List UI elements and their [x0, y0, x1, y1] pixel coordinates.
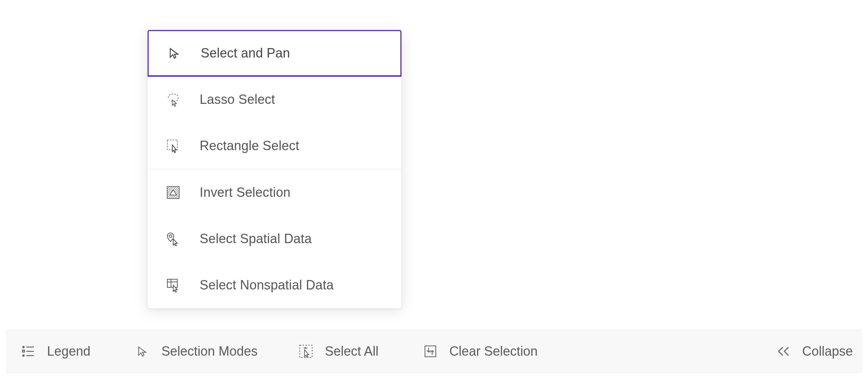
select-all-button[interactable]: Select All: [297, 343, 378, 360]
menu-item-label: Invert Selection: [200, 185, 290, 200]
svg-rect-3: [167, 279, 178, 288]
menu-item-label: Select Nonspatial Data: [200, 278, 334, 293]
menu-item-label: Lasso Select: [200, 92, 275, 107]
menu-item-select-spatial-data[interactable]: Select Spatial Data: [148, 216, 401, 262]
menu-item-label: Select Spatial Data: [200, 231, 312, 246]
table-cursor-icon: [163, 275, 183, 295]
pin-cursor-icon: [163, 229, 183, 249]
clear-selection-icon: [422, 343, 439, 360]
svg-point-2: [169, 235, 172, 238]
svg-point-6: [23, 346, 24, 348]
toolbar-label: Select All: [325, 344, 378, 359]
select-all-icon: [297, 343, 315, 360]
menu-item-invert-selection[interactable]: Invert Selection: [148, 169, 401, 216]
toolbar-label: Legend: [47, 344, 90, 359]
legend-icon: [20, 343, 37, 360]
toolbar-label: Clear Selection: [449, 344, 537, 359]
legend-button[interactable]: Legend: [20, 343, 90, 360]
menu-item-label: Rectangle Select: [200, 138, 299, 153]
toolbar-label: Selection Modes: [161, 344, 258, 359]
selection-modes-button[interactable]: Selection Modes: [134, 343, 258, 360]
invert-selection-icon: [163, 183, 183, 202]
selection-modes-menu: Select and Pan Lasso Select Rectangle Se…: [147, 30, 402, 309]
svg-rect-13: [425, 346, 436, 357]
rectangle-select-icon: [163, 136, 183, 156]
cursor-icon: [134, 343, 151, 360]
menu-item-select-nonspatial-data[interactable]: Select Nonspatial Data: [148, 262, 401, 308]
collapse-button[interactable]: Collapse: [775, 343, 853, 360]
menu-item-rectangle-select[interactable]: Rectangle Select: [148, 123, 401, 169]
cursor-icon: [165, 43, 184, 63]
toolbar-label: Collapse: [802, 344, 853, 359]
svg-point-10: [23, 355, 24, 356]
clear-selection-button[interactable]: Clear Selection: [422, 343, 537, 360]
menu-item-lasso-select[interactable]: Lasso Select: [148, 76, 401, 123]
bottom-toolbar: Legend Selection Modes Select All: [6, 330, 862, 373]
svg-rect-8: [22, 350, 24, 352]
chevron-left-double-icon: [775, 343, 792, 360]
menu-item-select-and-pan[interactable]: Select and Pan: [147, 30, 402, 77]
lasso-cursor-icon: [163, 90, 183, 109]
menu-item-label: Select and Pan: [201, 46, 290, 61]
